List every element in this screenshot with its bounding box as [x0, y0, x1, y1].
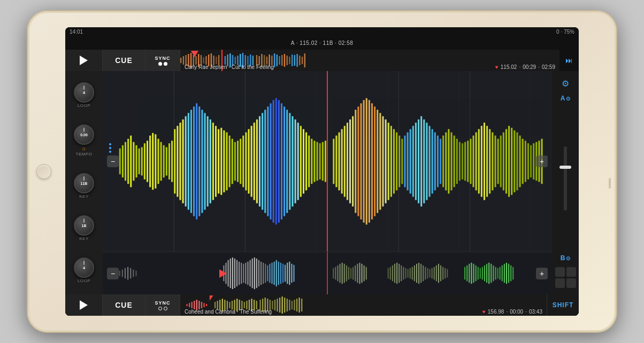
- loop-knob-2[interactable]: 4: [74, 258, 94, 278]
- fx-btn-3[interactable]: [555, 278, 565, 288]
- shift-button[interactable]: SHIFT: [547, 294, 579, 316]
- deck-a-label[interactable]: A ⊙: [561, 95, 571, 102]
- svg-rect-271: [366, 267, 367, 280]
- svg-rect-45: [296, 54, 297, 67]
- svg-rect-306: [478, 267, 479, 280]
- fx-btn-4[interactable]: [566, 278, 576, 288]
- svg-rect-149: [379, 113, 381, 209]
- svg-rect-62: [135, 145, 137, 177]
- svg-rect-65: [144, 143, 145, 180]
- svg-rect-187: [484, 123, 485, 200]
- deck-a-loop-minus-button[interactable]: −: [107, 155, 119, 167]
- sync-dot-b-1: [158, 307, 162, 310]
- svg-rect-227: [234, 259, 235, 288]
- loop-knob[interactable]: 4: [74, 82, 94, 103]
- svg-rect-236: [254, 258, 255, 289]
- svg-rect-228: [236, 260, 237, 286]
- deck-b-loop-minus-button[interactable]: −: [107, 268, 119, 279]
- svg-rect-340: [229, 302, 230, 308]
- svg-rect-242: [267, 266, 268, 282]
- svg-rect-248: [280, 263, 281, 284]
- svg-rect-327: [194, 301, 195, 309]
- svg-rect-168: [432, 129, 433, 194]
- svg-rect-357: [272, 301, 273, 309]
- svg-rect-67: [149, 136, 151, 188]
- key-knob-1[interactable]: 11B: [74, 173, 94, 193]
- deck-a-cue-button[interactable]: CUE: [103, 50, 145, 71]
- svg-rect-104: [251, 126, 252, 197]
- svg-rect-332: [206, 304, 207, 306]
- svg-rect-186: [481, 126, 482, 197]
- deck-b-waveform[interactable]: − +: [103, 252, 552, 294]
- tempo-knob[interactable]: 0.00: [74, 124, 94, 145]
- svg-rect-226: [232, 258, 233, 289]
- svg-rect-258: [337, 266, 338, 282]
- home-button[interactable]: [36, 164, 51, 179]
- gear-icon: ⚙: [562, 79, 569, 89]
- svg-rect-144: [366, 98, 367, 225]
- sync-dots-b: [158, 307, 167, 310]
- play-icon: [80, 56, 88, 65]
- svg-rect-290: [427, 268, 428, 279]
- deck-a-waveform[interactable]: − +: [103, 71, 552, 252]
- svg-rect-284: [414, 266, 415, 282]
- svg-rect-112: [273, 100, 274, 222]
- key-knob-2[interactable]: 1B: [74, 215, 94, 236]
- deck-b-sync-button[interactable]: SYNC: [145, 294, 180, 316]
- svg-rect-363: [287, 299, 288, 311]
- svg-rect-161: [412, 126, 414, 197]
- volume-thumb: [559, 166, 571, 169]
- svg-rect-347: [246, 301, 247, 309]
- deck-b-label[interactable]: B ⊙: [561, 254, 571, 262]
- deck-a-loop-plus-button[interactable]: +: [536, 155, 548, 167]
- svg-rect-36: [274, 53, 275, 67]
- svg-rect-219: [130, 268, 131, 279]
- svg-rect-82: [190, 110, 192, 213]
- right-controls-panel: ⚙ A ⊙ B ⊙: [552, 71, 579, 294]
- gear-button[interactable]: ⚙: [557, 75, 573, 91]
- svg-rect-296: [440, 266, 441, 282]
- svg-rect-319: [506, 263, 507, 284]
- svg-rect-173: [445, 132, 447, 191]
- svg-rect-166: [426, 123, 427, 200]
- fx-btn-2[interactable]: [566, 267, 576, 277]
- svg-rect-200: [519, 136, 521, 188]
- svg-rect-220: [133, 270, 134, 277]
- svg-rect-63: [139, 149, 140, 174]
- svg-rect-148: [377, 110, 378, 213]
- deck-b-play-button[interactable]: [65, 294, 103, 316]
- deck-a-skip-button[interactable]: ⏭: [559, 50, 579, 71]
- svg-rect-113: [275, 98, 277, 225]
- svg-rect-71: [160, 142, 162, 181]
- svg-rect-221: [135, 271, 136, 276]
- three-dots-menu[interactable]: [109, 143, 111, 153]
- svg-rect-309: [484, 266, 485, 282]
- svg-rect-110: [267, 106, 269, 216]
- volume-slider[interactable]: [564, 146, 567, 211]
- deck-b-loop-plus-button[interactable]: +: [536, 268, 548, 279]
- svg-rect-95: [226, 132, 227, 191]
- svg-rect-116: [283, 106, 285, 216]
- svg-rect-252: [289, 262, 290, 285]
- svg-rect-282: [410, 268, 411, 279]
- svg-rect-40: [284, 54, 285, 67]
- fx-btn-1[interactable]: [555, 267, 565, 277]
- svg-rect-293: [434, 267, 435, 280]
- svg-rect-84: [196, 103, 197, 219]
- deck-a-sync-button[interactable]: SYNC: [145, 50, 180, 71]
- svg-rect-303: [471, 263, 472, 284]
- svg-rect-155: [396, 132, 397, 191]
- power-button[interactable]: [609, 178, 611, 189]
- svg-rect-280: [405, 268, 406, 279]
- svg-rect-158: [404, 136, 405, 188]
- svg-rect-341: [232, 301, 233, 309]
- svg-rect-133: [335, 136, 337, 188]
- svg-rect-85: [198, 106, 200, 216]
- svg-rect-195: [505, 129, 507, 194]
- deck-b-cue-button[interactable]: CUE: [103, 294, 145, 316]
- svg-rect-138: [349, 120, 351, 204]
- deck-a-play-button[interactable]: [65, 50, 103, 71]
- svg-rect-58: [125, 142, 126, 181]
- svg-rect-310: [486, 264, 487, 283]
- svg-rect-57: [122, 145, 124, 177]
